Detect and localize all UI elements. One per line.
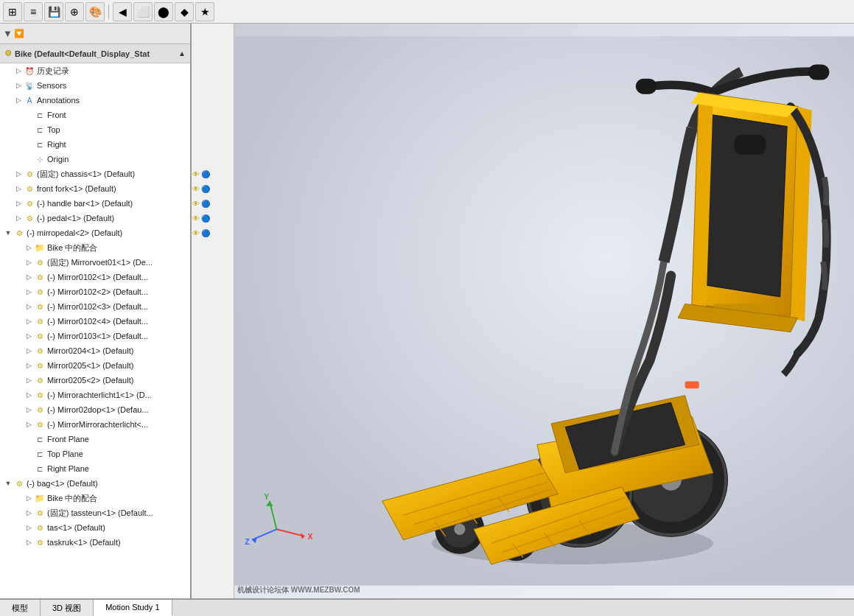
expand-top xyxy=(24,125,34,135)
pedal-icon: ⚙ xyxy=(24,212,35,224)
handlebar-icon: ⚙ xyxy=(24,197,35,209)
main-area: ▼ 🔽 ⚙ Bike (Default<Default_Display_Stat… xyxy=(0,24,854,598)
tree-item-right[interactable]: ⊏ Right xyxy=(0,137,190,152)
tree-header-title: Bike (Default<Default_Display_Stat xyxy=(15,49,150,58)
lock-icon-handlebar[interactable]: 🔵 xyxy=(201,200,210,208)
tree-item-top[interactable]: ⊏ Top xyxy=(0,122,190,137)
viewport-3d[interactable]: X Y Z 机械设计论坛体 WWW.MEZBW.COM xyxy=(234,24,854,598)
tree-item-mirropedal2[interactable]: ▼ ⚙ (-) mirropedal<2> (Default) xyxy=(0,225,190,240)
tree-item-mirror0102-3[interactable]: ▷ ⚙ (-) Mirror0102<3> (Default... xyxy=(0,299,190,314)
tree-item-taskruk1[interactable]: ▷ ⚙ taskruk<1> (Default) xyxy=(0,535,190,550)
mirror0103-1-icon: ⚙ xyxy=(34,330,46,342)
tree-item-mirror0103-1[interactable]: ▷ ⚙ (-) Mirror0103<1> (Default... xyxy=(0,329,190,343)
z-axis-label: Z xyxy=(245,537,250,546)
expand-topplane xyxy=(24,449,34,459)
right-label: Right xyxy=(47,140,66,149)
mirrorachterlicht1-label: (-) Mirrorachterlicht1<1> (D... xyxy=(47,391,152,399)
tree-item-handlebar[interactable]: ▷ ⚙ (-) handle bar<1> (Default) xyxy=(0,196,190,211)
tree-item-bike-config[interactable]: ▷ 📁 Bike 中的配合 xyxy=(0,240,190,255)
mirrormirrorachterlicht-label: (-) MirrorMirrorachterlicht<... xyxy=(47,420,148,429)
toolbar-star-btn[interactable]: ★ xyxy=(195,2,214,21)
tree-item-annotations[interactable]: ▷ A Annotations xyxy=(0,93,190,108)
eye-icon-chassis[interactable]: 👁 xyxy=(192,170,200,178)
frontfork-label: front fork<1> (Default) xyxy=(37,184,116,193)
mirror0102-4-label: (-) Mirror0102<4> (Default... xyxy=(47,317,148,326)
mirrormirrorachterlicht-icon: ⚙ xyxy=(34,419,46,430)
toolbar-circle-btn[interactable]: ⬤ xyxy=(154,2,173,21)
tree-item-rightplane[interactable]: ⊏ Right Plane xyxy=(0,461,190,476)
feature-tree[interactable]: ▷ ⏰ 历史记录 ▷ 📡 Sensors ▷ A Annotations ⊏ F… xyxy=(0,63,190,598)
tree-item-front[interactable]: ⊏ Front xyxy=(0,108,190,122)
tree-item-origin[interactable]: ⊹ Origin xyxy=(0,152,190,167)
tree-item-mirror02dop[interactable]: ▷ ⚙ (-) Mirror02dop<1> (Defau... xyxy=(0,402,190,417)
toolbar-crosshair-btn[interactable]: ⊕ xyxy=(65,2,84,21)
lock-icon-pedal[interactable]: 🔵 xyxy=(201,214,210,223)
lock-icon-mirropedal[interactable]: 🔵 xyxy=(201,229,210,237)
tree-item-mirror0102-1[interactable]: ▷ ⚙ (-) Mirror0102<1> (Default... xyxy=(0,270,190,284)
y-axis-label: Y xyxy=(264,492,269,501)
toolbar-sep-1 xyxy=(108,4,109,19)
tree-item-pedal[interactable]: ▷ ⚙ (-) pedal<1> (Default) xyxy=(0,211,190,225)
tree-item-mirror0102-2[interactable]: ▷ ⚙ (-) Mirror0102<2> (Default... xyxy=(0,284,190,299)
filter-label: 🔽 xyxy=(14,29,24,38)
right-plane-icon: ⊏ xyxy=(34,139,46,150)
tree-item-mirror0204-1[interactable]: ▷ ⚙ Mirror0204<1> (Default) xyxy=(0,343,190,358)
tab-model[interactable]: 模型 xyxy=(0,600,41,616)
tree-header: ⚙ Bike (Default<Default_Display_Stat ▲ xyxy=(0,44,190,63)
tab-motion-study[interactable]: Motion Study 1 xyxy=(94,600,172,616)
tree-scroll-up[interactable]: ▲ xyxy=(178,49,186,57)
icon-row-mirropedal: 👁 🔵 xyxy=(192,225,234,240)
tree-item-bike-config2[interactable]: ▷ 📁 Bike 中的配合 xyxy=(0,491,190,505)
expand-mirropedal2: ▼ xyxy=(3,228,13,238)
tassteun-label: (固定) tassteun<1> (Default... xyxy=(47,508,153,519)
tree-item-tassteun[interactable]: ▷ ⚙ (固定) tassteun<1> (Default... xyxy=(0,505,190,520)
tree-item-mirror0205-2[interactable]: ▷ ⚙ Mirror0205<2> (Default) xyxy=(0,373,190,388)
eye-icon-frontfork[interactable]: 👁 xyxy=(192,185,200,193)
svg-rect-44 xyxy=(685,382,699,389)
toolbar-square-btn[interactable]: ⬜ xyxy=(133,2,153,21)
tree-item-frontfork[interactable]: ▷ ⚙ front fork<1> (Default) xyxy=(0,181,190,196)
tab-3d-view[interactable]: 3D 视图 xyxy=(41,600,94,616)
tree-item-bag1[interactable]: ▼ ⚙ (-) bag<1> (Default) xyxy=(0,476,190,491)
tree-item-mirrorvoet[interactable]: ▷ ⚙ (固定) Mirrorvoet01<1> (De... xyxy=(0,255,190,270)
toolbar-back-btn[interactable]: ◀ xyxy=(113,2,132,21)
expand-mirror0205-2: ▷ xyxy=(24,375,34,385)
tree-item-history[interactable]: ▷ ⏰ 历史记录 xyxy=(0,63,190,78)
lock-icon-chassis[interactable]: 🔵 xyxy=(201,170,210,178)
frontplane-label: Front Plane xyxy=(47,435,89,444)
icon-row-chassis: 👁 🔵 xyxy=(192,167,234,181)
eye-icon-pedal[interactable]: 👁 xyxy=(192,214,200,223)
icon-row-4 xyxy=(192,108,234,122)
mirror0102-4-icon: ⚙ xyxy=(34,315,46,327)
lock-icon-frontfork[interactable]: 🔵 xyxy=(201,185,210,193)
eye-icon-mirropedal[interactable]: 👁 xyxy=(192,229,200,237)
icon-row-2 xyxy=(192,78,234,93)
tree-item-topplane[interactable]: ⊏ Top Plane xyxy=(0,447,190,461)
bag1-label: (-) bag<1> (Default) xyxy=(27,479,98,488)
tree-item-mirrorachterlicht1[interactable]: ▷ ⚙ (-) Mirrorachterlicht1<1> (D... xyxy=(0,388,190,402)
tas1-icon: ⚙ xyxy=(34,522,46,533)
tree-item-mirror0205-1[interactable]: ▷ ⚙ Mirror0205<1> (Default) xyxy=(0,358,190,373)
tree-item-mirrormirrorachterlicht[interactable]: ▷ ⚙ (-) MirrorMirrorachterlicht<... xyxy=(0,417,190,432)
tree-item-mirror0102-4[interactable]: ▷ ⚙ (-) Mirror0102<4> (Default... xyxy=(0,314,190,329)
toolbar-list-btn[interactable]: ≡ xyxy=(24,2,43,21)
mirror0102-2-label: (-) Mirror0102<2> (Default... xyxy=(47,287,148,296)
mirrorvoet-icon: ⚙ xyxy=(34,256,46,268)
chassis-icon: ⚙ xyxy=(24,168,35,180)
toolbar-save-btn[interactable]: 💾 xyxy=(44,2,63,21)
toolbar-home-btn[interactable]: ⊞ xyxy=(3,2,22,21)
icon-row-6 xyxy=(192,137,234,152)
filter-icon: ▼ xyxy=(3,28,13,39)
topplane-icon: ⊏ xyxy=(34,448,46,460)
toolbar-color-btn[interactable]: 🎨 xyxy=(85,2,105,21)
frontfork-icon: ⚙ xyxy=(24,183,35,195)
tree-item-tas1[interactable]: ▷ ⚙ tas<1> (Default) xyxy=(0,520,190,535)
eye-icon-handlebar[interactable]: 👁 xyxy=(192,200,200,208)
tree-item-chassis[interactable]: ▷ ⚙ (固定) chassis<1> (Default) xyxy=(0,167,190,181)
expand-tas1: ▷ xyxy=(24,522,34,533)
tree-item-frontplane[interactable]: ⊏ Front Plane xyxy=(0,432,190,447)
sensors-label: Sensors xyxy=(37,81,66,90)
toolbar-diamond-btn[interactable]: ◆ xyxy=(175,2,194,21)
tree-item-sensors[interactable]: ▷ 📡 Sensors xyxy=(0,78,190,93)
expand-sensors: ▷ xyxy=(13,80,24,91)
